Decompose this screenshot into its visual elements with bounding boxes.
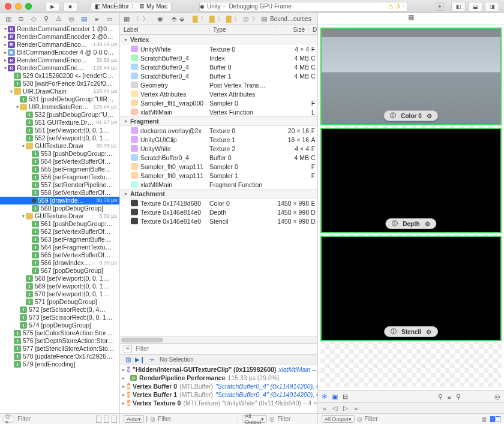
disclosure-triangle[interactable]: ▾: [2, 25, 8, 33]
find-nav-icon[interactable]: ⚲: [41, 15, 51, 23]
call-tree-row[interactable]: ▾GUITexture.Draw30.78 µs: [0, 142, 119, 150]
search-icon[interactable]: ⚲: [438, 393, 443, 401]
scope-icon[interactable]: ◎: [150, 416, 155, 422]
call-tree-row[interactable]: I576 [setDepthStoreAction:Store…: [0, 337, 119, 345]
disclosure-triangle[interactable]: ▸: [2, 33, 8, 41]
zoom-window-button[interactable]: [25, 3, 32, 10]
call-tree-row[interactable]: ▸RRenderCommandEnco…30.69 µs: [0, 56, 119, 64]
step-over-button[interactable]: ⤼: [148, 356, 156, 363]
call-tree-row[interactable]: I560 [popDebugGroup]: [0, 205, 119, 212]
panel-left-toggle[interactable]: ◧: [451, 2, 466, 11]
table-row[interactable]: UnityGUIClipTexture 116 × 16A: [120, 135, 317, 144]
table-group-header[interactable]: Attachment: [120, 189, 317, 199]
call-tree-row[interactable]: I566 [drawIndex…3.39 µs: [0, 259, 119, 267]
variable-row[interactable]: ▸RRenderPipeline Performance 115.33 µs (…: [120, 374, 317, 382]
call-tree-row[interactable]: I532 [pushDebugGroup:"U…: [0, 111, 119, 119]
variable-row[interactable]: ▸V"Hidden/Internal-GUITextureClip" (0x11…: [120, 365, 317, 374]
filter-toggle-icon[interactable]: ≡: [124, 345, 132, 353]
camera-icon[interactable]: ▣: [332, 393, 338, 401]
related-items-icon[interactable]: ▦: [406, 13, 416, 21]
call-tree-row[interactable]: I561 [pushDebugGroup:…: [0, 220, 119, 228]
gear-icon[interactable]: ⚙: [425, 221, 430, 227]
jump-crumb-text[interactable]: Bound…ources: [270, 16, 311, 22]
variable-row[interactable]: ▸BVertex Buffer 1 (MTLBuffer) "ScratchBu…: [120, 390, 317, 399]
disclosure-triangle[interactable]: ▸: [122, 367, 125, 372]
call-tree-row[interactable]: I572 [setScissorRect:(0, 4…: [0, 306, 119, 314]
step-fwd-icon[interactable]: ▷: [343, 404, 348, 412]
call-tree-row[interactable]: ▾RRenderCommandEncoder 1 @0…: [0, 25, 119, 33]
call-tree-row[interactable]: I556 [setFragmentTextu…: [0, 173, 119, 181]
table-row[interactable]: ScratchBuffer0_4Buffer 04 MBC: [120, 62, 317, 71]
call-tree-row[interactable]: I567 [popDebugGroup]: [0, 267, 119, 275]
call-tree-row[interactable]: I530 [waitForFence:0x17c26f0…: [0, 80, 119, 88]
call-tree-row[interactable]: I563 [setFragmentBuffe…: [0, 236, 119, 243]
gear-icon[interactable]: ⚙: [427, 113, 432, 119]
disclosure-triangle[interactable]: ▾: [20, 142, 26, 150]
issue-nav-icon[interactable]: ⚠: [54, 15, 64, 23]
back-button[interactable]: 〈: [133, 15, 139, 23]
info-icon[interactable]: ⓘ: [392, 219, 398, 228]
call-tree-row[interactable]: I570 [setViewport:(0, 0, 1…: [0, 290, 119, 298]
warning-icon[interactable]: ⚠: [388, 3, 394, 10]
call-tree-row[interactable]: ▸BBlitCommandEncoder 4 @ 0-0 0x…: [0, 49, 119, 56]
disclosure-triangle[interactable]: ▸: [2, 49, 8, 56]
stop-button[interactable]: ■: [63, 2, 77, 11]
call-tree-row[interactable]: I578 [updateFence:0x17c2926…: [0, 353, 119, 360]
table-row[interactable]: xlatMtlMainVertex FunctionL: [120, 107, 317, 116]
chevron-right-icon[interactable]: 〉: [402, 2, 407, 10]
disclosure-triangle[interactable]: ▸: [2, 41, 8, 49]
breakpoint-nav-icon[interactable]: ≡: [92, 15, 101, 23]
disclosure-triangle[interactable]: ▾: [2, 64, 8, 72]
zoom-icon[interactable]: ⚲: [456, 393, 461, 401]
panel-right-toggle[interactable]: ◨: [485, 2, 499, 11]
clear-console-button-2[interactable]: 🗑: [481, 416, 488, 423]
col-type[interactable]: Type: [209, 26, 275, 33]
doc-icon[interactable]: ▤: [261, 15, 267, 23]
table-row[interactable]: ScratchBuffer0_4Buffer 14 MBC: [120, 71, 317, 80]
table-group-header[interactable]: Vertex: [120, 35, 317, 44]
variables-view[interactable]: ▸V"Hidden/Internal-GUITextureClip" (0x11…: [120, 365, 317, 413]
call-tree-row[interactable]: I575 [setColorStoreAction:Store…: [0, 329, 119, 337]
report-nav-icon[interactable]: ▭: [104, 15, 114, 23]
call-tree-row[interactable]: I577 [setStencilStoreAction:Stor…: [0, 345, 119, 353]
call-tree-row[interactable]: I529 0x115260200 <- [renderCo…: [0, 72, 119, 80]
all-output-select[interactable]: All Output ▾: [242, 415, 267, 423]
variables-filter-input[interactable]: [158, 416, 234, 422]
table-row[interactable]: Texture 0x146e814e0Stencil1450 × 998D: [120, 216, 317, 225]
add-editor-button[interactable]: +: [436, 2, 444, 11]
navigator-filter-input[interactable]: [17, 416, 94, 422]
disclosure-triangle[interactable]: ▸: [122, 384, 125, 389]
call-tree-row[interactable]: I564 [setFragmentTextu…: [0, 243, 119, 251]
call-tree-row[interactable]: I558 [setVertexBufferOf…: [0, 189, 119, 197]
call-tree-row[interactable]: I551 GUITexture.Draw91.27 µs: [0, 119, 119, 127]
gear-icon[interactable]: ⚙: [426, 329, 431, 335]
table-row[interactable]: UnityWhiteTexture 24 × 4F: [120, 144, 317, 153]
continue-button[interactable]: ▶❙: [136, 356, 144, 363]
related-items-icon[interactable]: ▦: [124, 15, 130, 23]
call-tree-row[interactable]: ▾UIR.DrawChain125.44 µs: [0, 88, 119, 95]
filter-toggle-2[interactable]: [104, 416, 109, 423]
close-window-button[interactable]: [5, 3, 11, 10]
disclosure-triangle[interactable]: ▾: [14, 103, 20, 111]
table-row[interactable]: Texture 0x17418d680Color 01450 × 998E: [120, 199, 317, 208]
project-nav-icon[interactable]: ▥: [4, 15, 13, 23]
call-tree-row[interactable]: 559 [drawInde…30.78 µs: [0, 197, 119, 205]
call-tree-row[interactable]: I562 [setVertexBufferOf…: [0, 228, 119, 236]
call-tree-row[interactable]: I568 [setViewport:(0, 0, 1…: [0, 275, 119, 282]
toggle-vars-icon[interactable]: ▥: [124, 356, 132, 363]
folder-icon[interactable]: ▇: [226, 15, 231, 23]
table-row[interactable]: Texture 0x146e814e0Depth1450 × 998D: [120, 208, 317, 216]
call-tree-row[interactable]: I554 [setVertexBufferOf…: [0, 158, 119, 166]
filter-toggle-1[interactable]: [96, 416, 101, 423]
folder-icon[interactable]: ▇: [209, 15, 214, 23]
call-tree-row[interactable]: I569 [setViewport:(0, 0, 1…: [0, 282, 119, 290]
disclosure-triangle[interactable]: ▸: [122, 375, 128, 381]
attachment-color0[interactable]: ⓘ Color 0 ⚙: [320, 28, 502, 125]
attachment-depth[interactable]: ⓘ Depth ⚙: [320, 128, 502, 233]
variable-row[interactable]: ▸BVertex Buffer 0 (MTLBuffer) "ScratchBu…: [120, 382, 317, 390]
crumb-icon-2[interactable]: ⬘: [172, 15, 176, 23]
call-tree-row[interactable]: ▾UIR.ImmediateRen…125.44 µs: [0, 103, 119, 111]
table-row[interactable]: Sampler_flt0_wrap111Sampler 1F: [120, 171, 317, 180]
filter-toggle-3[interactable]: [112, 416, 117, 423]
call-tree-row[interactable]: I557 [setRenderPipeline…: [0, 181, 119, 189]
